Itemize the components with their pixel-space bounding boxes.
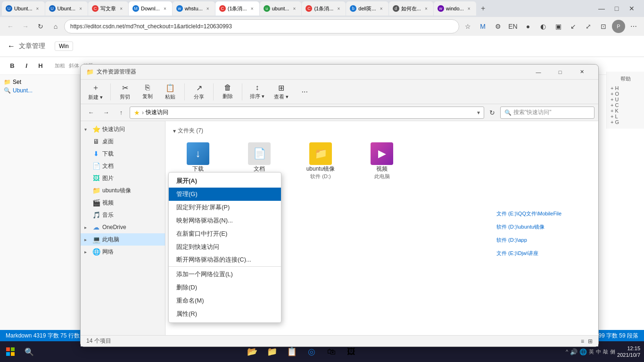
tab-10[interactable]: d 如何在... × <box>389 1 433 16</box>
fe-ribbon-sort[interactable]: ↕ 排序 ▾ <box>246 82 268 102</box>
tab-close-6[interactable]: × <box>249 5 256 12</box>
browser-maximize[interactable]: □ <box>610 2 623 15</box>
address-bar[interactable]: https://editor.csdn.net/md?not_checkout=… <box>64 19 459 33</box>
back-button[interactable]: ← <box>4 20 17 33</box>
folder-item-video[interactable]: ▶ 视频 此电脑 <box>353 139 411 184</box>
extension-9[interactable]: ⊡ <box>597 20 610 33</box>
extension-1[interactable]: M <box>476 20 489 33</box>
format-italic[interactable]: I <box>20 60 33 72</box>
extension-3[interactable]: EN <box>506 20 520 33</box>
nav-this-pc[interactable]: ▸ 💻 此电脑 <box>81 233 165 246</box>
nav-ubuntu[interactable]: 📁 ubuntu镜像 <box>81 184 165 197</box>
extension-2[interactable]: ⚙ <box>491 20 504 33</box>
nav-pictures[interactable]: 🖼 图片 <box>81 172 165 184</box>
extension-7[interactable]: ↙ <box>567 20 580 33</box>
tray-input-method[interactable]: 敲 <box>603 348 608 355</box>
sidebar-set[interactable]: 📁Set <box>4 79 76 85</box>
folders-section-header[interactable]: ▾ 文件夹 (7) <box>169 125 594 137</box>
fe-minimize-button[interactable]: — <box>528 65 549 80</box>
tab-5[interactable]: w whstu... × <box>173 1 215 16</box>
nav-videos[interactable]: 🎬 视频 <box>81 197 165 209</box>
bookmark-button[interactable]: ☆ <box>461 20 474 33</box>
tray-extra[interactable]: 侧 <box>610 348 615 355</box>
fe-ribbon-paste[interactable]: 📋 粘贴 <box>160 82 181 102</box>
fe-forward-button[interactable]: → <box>99 106 113 119</box>
tab-close-7[interactable]: × <box>291 5 297 12</box>
tab-11[interactable]: w windo... × <box>434 1 476 16</box>
tab-6[interactable]: C (1条消... × <box>215 1 259 16</box>
nav-music[interactable]: 🎵 音乐 <box>81 209 165 221</box>
extension-8[interactable]: ⤢ <box>582 20 595 33</box>
tab-8[interactable]: C (1条消... × <box>302 1 346 16</box>
fe-ribbon-new[interactable]: ＋ 新建 ▾ <box>84 81 107 103</box>
fe-close-button[interactable]: ✕ <box>571 65 593 80</box>
start-button[interactable] <box>0 341 21 362</box>
back-arrow[interactable]: ← <box>8 42 15 50</box>
format-bold[interactable]: B <box>6 60 19 72</box>
ctx-pin-start[interactable]: 固定到'开始'屏幕(P) <box>169 201 281 214</box>
path-dropdown-button[interactable]: ▾ <box>477 109 480 116</box>
taskbar-clock[interactable]: 12:15 2021/10/7 <box>617 345 640 359</box>
ctx-delete[interactable]: 删除(D) <box>169 281 281 294</box>
fe-ribbon-view[interactable]: ⊞ 查看 ▾ <box>270 82 292 102</box>
home-button[interactable]: ⌂ <box>49 20 62 33</box>
fe-ribbon-share[interactable]: ↗ 分享 <box>189 82 209 102</box>
extension-6[interactable]: ▣ <box>552 20 565 33</box>
list-view-icon[interactable]: ≡ <box>581 338 584 345</box>
tab-2[interactable]: U Ubunt... × <box>45 1 88 16</box>
fe-path-bar[interactable]: ★ › 快速访问 ▾ <box>130 107 484 119</box>
grid-view-icon[interactable]: ⊞ <box>588 338 593 345</box>
forward-button[interactable]: → <box>19 20 32 33</box>
tray-network[interactable]: 🌐 <box>579 348 587 355</box>
tab-9[interactable]: b dell英... × <box>346 1 388 16</box>
tab-close-9[interactable]: × <box>378 5 385 12</box>
fe-refresh-button[interactable]: ↻ <box>486 107 498 119</box>
tab-4[interactable]: M Downl... × <box>129 1 172 16</box>
browser-profile[interactable]: P <box>612 20 625 33</box>
tab-close-8[interactable]: × <box>335 5 342 12</box>
ctx-pin-quick[interactable]: 固定到快速访问 <box>169 240 281 254</box>
nav-network[interactable]: ▸ 🌐 网络 <box>81 246 165 258</box>
extension-4[interactable]: ● <box>521 20 535 33</box>
tab-close-3[interactable]: × <box>118 5 124 12</box>
ctx-open-new-window[interactable]: 在新窗口中打开(E) <box>169 227 281 240</box>
browser-close[interactable]: ✕ <box>625 2 638 15</box>
fe-ribbon-more[interactable]: ··· <box>294 86 315 98</box>
tab-close-11[interactable]: × <box>466 5 472 12</box>
tab-close-1[interactable]: × <box>34 5 41 12</box>
nav-quick-access[interactable]: ▾ ⭐ 快速访问 <box>81 123 165 135</box>
fe-maximize-button[interactable]: □ <box>549 65 571 80</box>
extension-5[interactable]: ◐ <box>537 20 550 33</box>
fe-search-box[interactable]: 🔍 搜索"快速访问" <box>500 107 594 119</box>
nav-documents[interactable]: 📄 文档 <box>81 160 165 172</box>
browser-minimize[interactable]: — <box>595 2 608 15</box>
tab-1[interactable]: U Ubunt... × <box>2 1 45 16</box>
fe-ribbon-copy[interactable]: ⎘ 复制 <box>137 82 158 102</box>
sidebar-search[interactable]: 🔍Ubunt... <box>4 87 76 94</box>
ctx-properties[interactable]: 属性(R) <box>169 307 281 321</box>
format-heading[interactable]: H <box>34 60 47 72</box>
tray-chevron[interactable]: ^ <box>566 349 568 354</box>
browser-menu[interactable]: ⋯ <box>627 20 640 33</box>
nav-onedrive[interactable]: ▸ ☁ OneDrive <box>81 221 165 233</box>
tray-ime-zh[interactable]: 中 <box>596 348 601 355</box>
fe-up-button[interactable]: ↑ <box>115 106 128 119</box>
fe-back-button[interactable]: ← <box>84 106 98 119</box>
tray-speaker[interactable]: 🔊 <box>570 348 578 355</box>
ctx-map-drive[interactable]: 映射网络驱动器(N)... <box>169 214 281 227</box>
ctx-manage[interactable]: 管理(G) <box>169 188 281 201</box>
ctx-disconnect[interactable]: 断开网络驱动器的连接(C)... <box>169 254 281 267</box>
taskbar-search-button[interactable]: 🔍 <box>21 341 38 362</box>
new-tab-button[interactable]: + <box>477 2 490 15</box>
tab-close-2[interactable]: × <box>77 5 84 12</box>
tab-close-4[interactable]: × <box>162 5 168 12</box>
folder-item-ubuntu[interactable]: 📁 ubuntu镜像 软件 (D:) <box>292 139 349 184</box>
nav-desktop[interactable]: 🖥 桌面 <box>81 135 165 148</box>
reload-button[interactable]: ↻ <box>34 20 47 33</box>
tab-close-5[interactable]: × <box>205 5 211 12</box>
tab-3[interactable]: C 写文章 × <box>88 1 128 16</box>
tab-7[interactable]: u ubunt... × <box>260 1 302 16</box>
fe-ribbon-cut[interactable]: ✂ 剪切 <box>115 82 135 102</box>
ctx-rename[interactable]: 重命名(M) <box>169 294 281 307</box>
fe-ribbon-delete[interactable]: 🗑 删除 <box>217 82 238 102</box>
